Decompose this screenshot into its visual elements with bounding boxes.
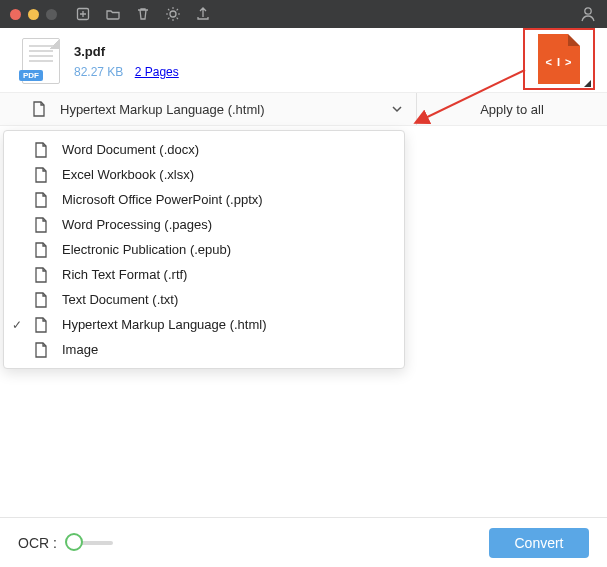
account-icon[interactable] — [579, 5, 597, 23]
dropdown-item[interactable]: ✓Hypertext Markup Language (.html) — [4, 312, 404, 337]
dropdown-item-label: Microsoft Office PowerPoint (.pptx) — [62, 192, 263, 207]
file-type-icon — [34, 242, 48, 258]
add-file-icon[interactable] — [75, 6, 91, 22]
file-type-icon — [34, 167, 48, 183]
dropdown-item[interactable]: Image — [4, 337, 404, 362]
svg-point-1 — [170, 11, 176, 17]
file-type-icon — [34, 292, 48, 308]
window-controls — [10, 9, 67, 20]
titlebar — [0, 0, 607, 28]
svg-point-2 — [585, 8, 591, 14]
dropdown-item[interactable]: Excel Workbook (.xlsx) — [4, 162, 404, 187]
check-icon: ✓ — [12, 318, 22, 332]
dropdown-item-label: Excel Workbook (.xlsx) — [62, 167, 194, 182]
format-dropdown[interactable]: Word Document (.docx)Excel Workbook (.xl… — [3, 130, 405, 369]
file-row: PDF 3.pdf 82.27 KB 2 Pages < I > — [0, 28, 607, 92]
pdf-badge: PDF — [19, 70, 43, 81]
chevron-down-icon — [390, 102, 404, 116]
folder-icon[interactable] — [105, 6, 121, 22]
dropdown-item[interactable]: Electronic Publication (.epub) — [4, 237, 404, 262]
convert-button[interactable]: Convert — [489, 528, 589, 558]
file-type-icon — [34, 192, 48, 208]
format-label: Hypertext Markup Language (.html) — [60, 102, 264, 117]
file-type-icon — [34, 217, 48, 233]
toggle-knob — [65, 533, 83, 551]
preview-expand-icon — [584, 80, 591, 87]
format-selector-row: Hypertext Markup Language (.html) Apply … — [0, 92, 607, 126]
dropdown-item[interactable]: Word Processing (.pages) — [4, 212, 404, 237]
html-file-icon: < I > — [538, 34, 580, 84]
file-type-icon — [34, 342, 48, 358]
output-preview[interactable]: < I > — [523, 28, 595, 90]
dropdown-item[interactable]: Rich Text Format (.rtf) — [4, 262, 404, 287]
file-size: 82.27 KB — [74, 65, 123, 79]
dropdown-item-label: Text Document (.txt) — [62, 292, 178, 307]
dropdown-item-label: Rich Text Format (.rtf) — [62, 267, 187, 282]
dropdown-item-label: Hypertext Markup Language (.html) — [62, 317, 266, 332]
footer: OCR : Convert — [0, 517, 607, 567]
apply-to-all-button[interactable]: Apply to all — [416, 93, 607, 125]
dropdown-item[interactable]: Text Document (.txt) — [4, 287, 404, 312]
file-name: 3.pdf — [74, 44, 179, 59]
close-dot[interactable] — [10, 9, 21, 20]
ocr-toggle[interactable] — [67, 541, 113, 545]
file-type-icon — [34, 317, 48, 333]
format-icon — [32, 101, 46, 117]
trash-icon[interactable] — [135, 6, 151, 22]
dropdown-item[interactable]: Microsoft Office PowerPoint (.pptx) — [4, 187, 404, 212]
file-type-icon — [34, 267, 48, 283]
dropdown-item-label: Word Processing (.pages) — [62, 217, 212, 232]
fullscreen-dot[interactable] — [46, 9, 57, 20]
dropdown-item-label: Image — [62, 342, 98, 357]
export-icon[interactable] — [195, 6, 211, 22]
ocr-label: OCR : — [18, 535, 57, 551]
page-count-link[interactable]: 2 Pages — [135, 65, 179, 79]
dropdown-item-label: Word Document (.docx) — [62, 142, 199, 157]
dropdown-item[interactable]: Word Document (.docx) — [4, 137, 404, 162]
minimize-dot[interactable] — [28, 9, 39, 20]
pdf-thumbnail: PDF — [22, 38, 60, 84]
dropdown-item-label: Electronic Publication (.epub) — [62, 242, 231, 257]
file-type-icon — [34, 142, 48, 158]
format-select[interactable]: Hypertext Markup Language (.html) — [0, 93, 416, 125]
gear-icon[interactable] — [165, 6, 181, 22]
